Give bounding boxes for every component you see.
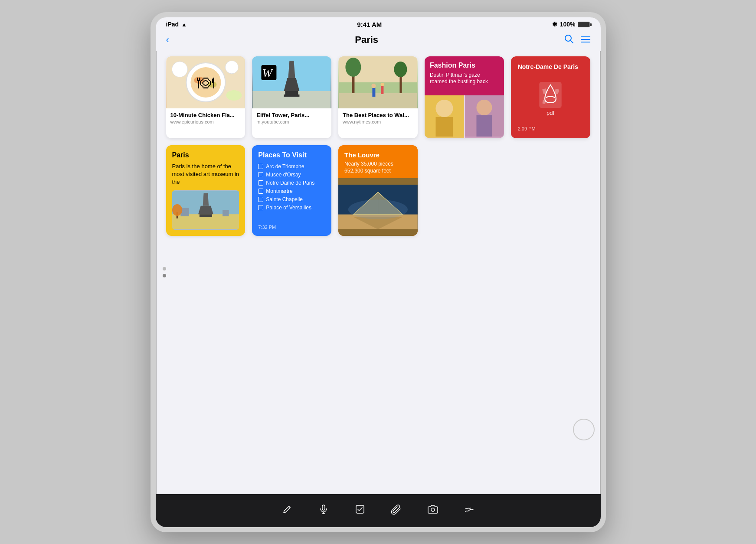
card-notre-dame-title: Notre-Dame De Paris (518, 63, 578, 70)
checklist-item-1: Arc de Triomphe (258, 163, 325, 169)
card-fashion[interactable]: Fashion Paris Dustin Pittman's gaze roam… (425, 56, 504, 138)
card-walk-info: The Best Places to Wal... www.nytimes.co… (338, 108, 418, 128)
svg-rect-19 (284, 94, 300, 97)
checklist-item-6: Palace of Versailles (258, 205, 325, 211)
svg-rect-39 (539, 82, 561, 108)
paris-note-image (172, 190, 239, 230)
card-places-note[interactable]: Places To Visit Arc de Triomphe Musee d'… (252, 145, 331, 236)
pencil-icon (282, 504, 292, 515)
card-walk-image (338, 56, 418, 108)
battery-label: 100% (560, 21, 576, 28)
svg-point-8 (194, 77, 204, 84)
checkbox-2 (258, 172, 263, 177)
checkbox-4 (258, 189, 263, 194)
svg-point-28 (394, 62, 407, 77)
card-chicken-info: 10-Minute Chicken Fla... www.epicurious.… (166, 108, 245, 128)
card-fashion-title: Fashion Paris (430, 62, 499, 69)
search-icon (564, 34, 574, 44)
camera-icon (428, 504, 438, 515)
toolbar-mic-button[interactable] (318, 504, 329, 517)
menu-icon (581, 36, 590, 43)
toolbar-attach-button[interactable] (391, 504, 402, 517)
fashion-image-left (425, 95, 464, 138)
nav-bar: ‹ Paris (156, 32, 601, 51)
svg-point-29 (371, 84, 376, 88)
nav-icons (564, 34, 590, 46)
card-eiffel[interactable]: W Eiffel Tower, Paris... m.youtube.com (252, 56, 331, 138)
checklist-item-5: Sainte Chapelle (258, 196, 325, 202)
toolbar-checkbox-button[interactable] (355, 504, 365, 517)
chicken-image-svg (166, 56, 245, 108)
card-paris-note[interactable]: Paris Paris is the home of the most visi… (166, 145, 245, 236)
device-model: iPad (166, 21, 179, 28)
card-chicken-url: www.epicurious.com (170, 119, 241, 124)
wifi-icon: ▲ (181, 21, 187, 28)
svg-point-59 (348, 199, 408, 219)
svg-point-34 (435, 100, 453, 117)
svg-point-11 (172, 62, 187, 77)
svg-point-31 (380, 83, 384, 86)
pdf-label: pdf (547, 110, 554, 116)
card-walk[interactable]: The Best Places to Wal... www.nytimes.co… (338, 56, 418, 138)
status-left: iPad ▲ (166, 21, 187, 28)
toolbar-camera-button[interactable] (428, 504, 438, 517)
card-fashion-desc: Dustin Pittman's gaze roamed the bustlin… (430, 72, 499, 85)
svg-rect-49 (223, 210, 229, 217)
markup-icon (464, 504, 475, 515)
battery-icon (578, 22, 590, 27)
back-button[interactable]: ‹ (166, 34, 169, 46)
card-fashion-images (425, 95, 504, 138)
toolbar-markup-button[interactable] (464, 504, 475, 517)
places-checklist: Arc de Triomphe Musee d'Orsay Notre Dame… (258, 163, 325, 221)
card-chicken[interactable]: 10-Minute Chicken Fla... www.epicurious.… (166, 56, 245, 138)
louvre-note-image (338, 178, 418, 236)
svg-rect-30 (372, 88, 375, 97)
status-right: ✱ 100% (552, 21, 590, 28)
paris-note-title: Paris (172, 151, 239, 159)
toolbar-pencil-button[interactable] (282, 504, 292, 517)
status-time: 9:41 AM (357, 21, 382, 28)
svg-marker-45 (203, 193, 209, 206)
card-walk-title: The Best Places to Wal... (343, 112, 413, 118)
checkbox-6 (258, 205, 263, 210)
scroll-dot-2 (163, 274, 166, 277)
svg-rect-18 (285, 91, 298, 94)
checkbox-icon (355, 504, 365, 515)
card-eiffel-image: W (252, 56, 331, 108)
page-title: Paris (355, 34, 378, 46)
card-notre-dame[interactable]: Notre-Dame De Paris pdf 2 (511, 56, 590, 138)
places-note-title: Places To Visit (258, 151, 325, 159)
checklist-item-4: Montmartre (258, 188, 325, 194)
right-circle-button[interactable] (573, 419, 595, 440)
status-bar: iPad ▲ 9:41 AM ✱ 100% (156, 17, 601, 32)
louvre-note-title: The Louvre (344, 151, 412, 159)
svg-point-7 (190, 67, 221, 98)
pdf-icon (537, 82, 563, 108)
checkbox-5 (258, 197, 263, 202)
louvre-note-line2: 652,300 square feet (344, 167, 412, 175)
paris-note-body: Paris is the home of the most visited ar… (172, 163, 239, 186)
empty-slot-5 (511, 145, 590, 236)
attachment-icon (391, 504, 402, 515)
search-button[interactable] (564, 34, 574, 46)
svg-rect-38 (476, 115, 492, 137)
svg-point-13 (226, 90, 242, 101)
scroll-dot-1 (163, 267, 166, 270)
cards-row-2: Paris Paris is the home of the most visi… (166, 145, 590, 236)
svg-point-37 (476, 100, 492, 115)
main-content: 10-Minute Chicken Fla... www.epicurious.… (156, 51, 601, 494)
left-scroll-dots (163, 267, 166, 277)
menu-button[interactable] (581, 35, 590, 45)
card-fashion-top: Fashion Paris Dustin Pittman's gaze roam… (425, 56, 504, 95)
card-eiffel-info: Eiffel Tower, Paris... m.youtube.com (252, 108, 331, 128)
card-louvre-note[interactable]: The Louvre Nearly 35,000 pieces 652,300 … (338, 145, 418, 236)
checkbox-1 (258, 164, 263, 169)
svg-point-51 (172, 204, 182, 216)
cards-row-1: 10-Minute Chicken Fla... www.epicurious.… (166, 56, 590, 138)
ipad-frame: iPad ▲ 9:41 AM ✱ 100% ‹ Paris (151, 12, 606, 532)
svg-rect-60 (322, 505, 325, 510)
svg-point-9 (208, 81, 216, 88)
checkbox-3 (258, 180, 263, 186)
svg-rect-32 (381, 86, 383, 94)
pdf-icon-area: pdf (518, 75, 583, 123)
